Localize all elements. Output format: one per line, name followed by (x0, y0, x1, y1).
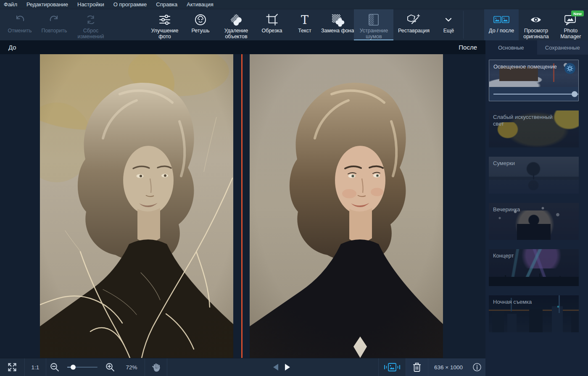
zoom-in-icon (105, 362, 116, 373)
new-badge: New (571, 11, 584, 16)
tool-label: Устранение шумов (354, 28, 393, 39)
zoom-percent-label: 72% (126, 364, 137, 371)
filmstrip-icon (383, 362, 401, 373)
zoom-slider[interactable] (67, 364, 98, 370)
history-group: Отменить Повторить Сброс изменений (3, 9, 110, 40)
photo-editor-window: Файл Редактирование Настройки О программ… (0, 0, 588, 376)
next-image-button[interactable] (285, 358, 290, 376)
after-label: После (459, 44, 477, 51)
background-replace-icon (330, 12, 345, 27)
undo-label: Отменить (8, 28, 32, 34)
before-photo[interactable] (40, 54, 233, 358)
menu-activation[interactable]: Активация (182, 0, 218, 9)
chevron-down-icon (441, 12, 456, 27)
eye-icon (530, 12, 542, 27)
crop-icon (265, 12, 279, 27)
redo-label: Повторить (41, 28, 67, 34)
preset-lit-room[interactable]: Освещенное помещение (489, 60, 579, 101)
next-arrow-icon (285, 364, 290, 371)
tool-remove-objects[interactable]: Удаление объектов (217, 9, 256, 40)
after-photo[interactable] (250, 54, 443, 358)
preset-title: Слабый искусственный свет (493, 114, 560, 128)
erase-object-icon (229, 12, 243, 27)
view-original-label: Просмотр оригинала (519, 28, 553, 39)
reset-button[interactable]: Сброс изменений (71, 9, 110, 40)
zoom-slider-knob[interactable] (71, 365, 76, 370)
reset-label: Сброс изменений (71, 28, 110, 39)
denoise-icon (367, 12, 381, 27)
menu-help[interactable]: Справка (151, 0, 182, 9)
restoration-wand-icon (406, 12, 421, 27)
tab-saved[interactable]: Сохраненные (537, 40, 588, 55)
photo-manager-icon: New (564, 12, 578, 27)
menu-settings[interactable]: Настройки (73, 0, 109, 9)
before-after-icon (493, 12, 509, 27)
delete-image-button[interactable] (406, 358, 428, 376)
image-info-button[interactable] (469, 358, 485, 376)
tool-more[interactable]: Ещё (434, 9, 463, 40)
tool-label: Обрезка (262, 28, 282, 34)
preset-intensity-slider[interactable] (489, 87, 578, 101)
preset-title: Ночная съемка (493, 299, 560, 305)
compare-divider-handle[interactable] (241, 54, 243, 358)
preset-settings-button[interactable] (564, 63, 575, 74)
image-size: 636 × 1000 (428, 358, 469, 376)
trash-icon (411, 361, 422, 373)
tool-label: Ещё (443, 28, 454, 34)
preset-weak-artificial-light[interactable]: Слабый искусственный свет (489, 110, 579, 147)
toolbar: Отменить Повторить Сброс изменений (0, 9, 588, 40)
tool-denoise[interactable]: Устранение шумов (354, 9, 393, 40)
preset-title: Сумерки (493, 160, 560, 167)
photo-manager-button[interactable]: New Photo Manager (554, 9, 588, 40)
tool-text[interactable]: T Текст (288, 9, 321, 40)
preset-slider-knob[interactable] (572, 91, 577, 97)
menu-about[interactable]: О программе (109, 0, 152, 9)
photo-manager-label: Photo Manager (554, 28, 588, 39)
previous-image-button[interactable] (273, 358, 285, 376)
before-after-toggle[interactable]: До / после (484, 9, 519, 40)
tool-crop[interactable]: Обрезка (256, 9, 288, 40)
tool-label: Ретушь (192, 28, 210, 34)
menu-file[interactable]: Файл (0, 0, 22, 9)
preset-night-shot[interactable]: Ночная съемка (489, 295, 579, 332)
undo-button[interactable]: Отменить (3, 9, 37, 40)
presets-sidebar: Основные Сохраненные Освещенное помещени… (485, 40, 588, 376)
sidebar-tabs: Основные Сохраненные (485, 40, 588, 55)
expand-icon (7, 362, 18, 373)
image-size-label: 636 × 1000 (434, 364, 463, 371)
adjust-sliders-icon (158, 12, 172, 27)
statusbar-separator (167, 358, 167, 376)
tool-label: Реставрация (398, 28, 430, 34)
redo-icon (47, 12, 61, 27)
view-group: До / после Просмотр оригинала (484, 9, 588, 40)
zoom-in-button[interactable] (102, 358, 119, 376)
actual-size-button[interactable]: 1:1 (25, 358, 46, 376)
actual-size-label: 1:1 (32, 364, 40, 371)
preset-twilight[interactable]: Сумерки (489, 157, 579, 194)
tool-label: Удаление объектов (217, 28, 256, 39)
canvas (0, 54, 485, 358)
tool-restoration[interactable]: Реставрация (393, 9, 434, 40)
before-label: До (8, 44, 16, 51)
tab-basic[interactable]: Основные (485, 40, 537, 55)
tool-enhance[interactable]: Улучшение фото (145, 9, 184, 40)
view-original-button[interactable]: Просмотр оригинала (519, 9, 553, 40)
zoom-out-button[interactable] (46, 358, 63, 376)
tool-label: Замена фона (321, 28, 354, 34)
status-bar: 1:1 72% (0, 358, 485, 376)
preset-party[interactable]: Вечеринка (489, 203, 579, 240)
tool-retouch[interactable]: Ретушь (184, 9, 217, 40)
tool-background-replace[interactable]: Замена фона (321, 9, 354, 40)
compare-header: До После (0, 40, 485, 54)
fit-to-screen-button[interactable] (0, 358, 24, 376)
reset-icon (84, 12, 98, 27)
menu-edit[interactable]: Редактирование (22, 0, 73, 9)
text-icon: T (298, 12, 312, 27)
image-gallery-button[interactable] (379, 358, 406, 376)
preset-title: Концерт (493, 252, 560, 259)
hand-tool-button[interactable] (145, 358, 167, 376)
svg-text:T: T (301, 13, 309, 26)
redo-button[interactable]: Повторить (37, 9, 71, 40)
preset-concert[interactable]: Концерт (489, 249, 579, 286)
zoom-percent[interactable]: 72% (119, 358, 145, 376)
